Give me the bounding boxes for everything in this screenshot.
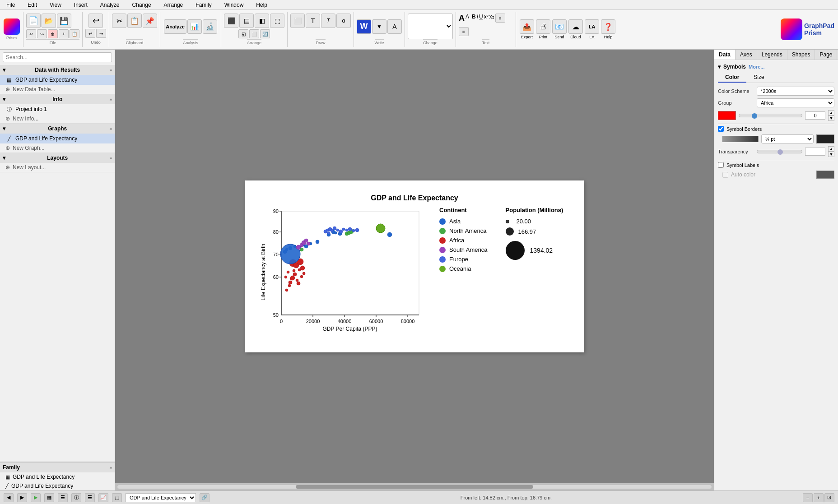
save-button[interactable]: 💾 bbox=[57, 14, 71, 28]
status-nav-left[interactable]: ◀ bbox=[4, 493, 14, 502]
undo-button[interactable]: ↩ bbox=[88, 14, 103, 28]
status-grid-btn[interactable]: ▦ bbox=[44, 493, 54, 502]
menu-change[interactable]: Change bbox=[130, 1, 154, 9]
text-align2[interactable]: ≡ bbox=[459, 27, 469, 36]
send-btn[interactable]: 📧 bbox=[552, 19, 567, 34]
write-btn2[interactable]: ▼ bbox=[372, 19, 386, 34]
draw-btn2[interactable]: T bbox=[306, 14, 320, 28]
copy-button[interactable]: 📋 bbox=[127, 14, 142, 28]
write-btn3[interactable]: A bbox=[387, 19, 402, 34]
border-color-swatch[interactable] bbox=[816, 134, 834, 143]
transparency-slider[interactable] bbox=[757, 150, 802, 153]
status-table-btn[interactable]: ☰ bbox=[58, 493, 68, 502]
menu-view[interactable]: View bbox=[47, 1, 64, 9]
tab-page[interactable]: Page bbox=[815, 50, 837, 60]
status-nav-right[interactable]: ▶ bbox=[17, 493, 27, 502]
arr-sm3[interactable]: 🔄 bbox=[260, 29, 270, 38]
menu-family[interactable]: Family bbox=[193, 1, 214, 9]
sidebar-add-data[interactable]: ⊕ New Data Table... bbox=[0, 85, 115, 94]
copy-sm[interactable]: 📋 bbox=[70, 29, 79, 38]
menu-arrange[interactable]: Arrange bbox=[161, 1, 186, 9]
section-data-header[interactable]: ▾ Data with Results » bbox=[0, 65, 115, 75]
status-info-btn[interactable]: ⓘ bbox=[71, 493, 81, 502]
sidebar-item-gdp-data[interactable]: ▦ GDP and Life Expectancy bbox=[0, 75, 115, 85]
zoom-out-btn[interactable]: − bbox=[803, 493, 813, 502]
paste-button[interactable]: 📌 bbox=[143, 14, 157, 28]
text-A-small[interactable]: A bbox=[466, 14, 469, 26]
status-list-btn[interactable]: ☰ bbox=[85, 493, 95, 502]
new-button[interactable]: 📄 bbox=[26, 14, 41, 28]
cloud-btn[interactable]: ☁ bbox=[568, 19, 583, 34]
sidebar-add-graph[interactable]: ⊕ New Graph... bbox=[0, 143, 115, 153]
menu-help[interactable]: Help bbox=[253, 1, 270, 9]
auto-color-swatch[interactable] bbox=[816, 171, 834, 179]
menu-edit[interactable]: Edit bbox=[25, 1, 40, 9]
sidebar-add-layout[interactable]: ⊕ New Layout... bbox=[0, 163, 115, 172]
arrange-btn3[interactable]: ◧ bbox=[255, 14, 269, 28]
symbol-labels-checkbox[interactable] bbox=[718, 162, 724, 168]
trans-spin-up[interactable]: ▲ bbox=[828, 146, 834, 152]
undo-sm[interactable]: ↩ bbox=[26, 29, 36, 38]
arr-sm2[interactable]: ⬜ bbox=[249, 29, 259, 38]
zoom-fit-btn[interactable]: ⊡ bbox=[824, 493, 834, 502]
font-select[interactable] bbox=[408, 14, 453, 39]
arr-sm1[interactable]: ◱ bbox=[238, 29, 248, 38]
add-sm[interactable]: + bbox=[59, 29, 69, 38]
auto-color-checkbox[interactable] bbox=[722, 172, 728, 178]
color-slider-thumb[interactable] bbox=[752, 113, 757, 119]
search-input[interactable] bbox=[3, 52, 112, 62]
status-layout-btn[interactable]: ⬚ bbox=[112, 493, 122, 502]
color-tab[interactable]: Color bbox=[718, 73, 746, 83]
redo-sm[interactable]: ↪ bbox=[37, 29, 47, 38]
color-spin-down[interactable]: ▼ bbox=[828, 116, 834, 121]
family-item-2[interactable]: ╱ GDP and Life Expectancy bbox=[0, 481, 115, 490]
text-italic[interactable]: I bbox=[477, 14, 478, 26]
trans-spin-down[interactable]: ▼ bbox=[828, 152, 834, 157]
draw-btn4[interactable]: α bbox=[336, 14, 351, 28]
help-btn[interactable]: ❓ bbox=[601, 19, 615, 34]
tab-axes[interactable]: Axes bbox=[736, 50, 757, 60]
section-layouts-more[interactable]: » bbox=[109, 156, 112, 161]
canvas-area[interactable]: GDP and Life Expectancy Life Expectancy … bbox=[115, 50, 714, 483]
more-link[interactable]: More... bbox=[749, 64, 764, 69]
text-A-large[interactable]: A bbox=[459, 14, 465, 26]
section-info-more[interactable]: » bbox=[109, 97, 112, 102]
sidebar-add-info[interactable]: ⊕ New Info... bbox=[0, 114, 115, 123]
symbol-borders-checkbox[interactable] bbox=[718, 126, 724, 132]
sidebar-item-project-info[interactable]: ⓘ Project info 1 bbox=[0, 104, 115, 114]
group-select[interactable]: Africa bbox=[757, 98, 834, 107]
tab-shapes[interactable]: Shapes bbox=[787, 50, 815, 60]
section-data-more[interactable]: » bbox=[109, 68, 112, 73]
section-layouts-header[interactable]: ▾ Layouts » bbox=[0, 153, 115, 163]
la-btn[interactable]: LA bbox=[585, 19, 599, 34]
arrange-btn4[interactable]: ⬚ bbox=[270, 14, 284, 28]
family-header[interactable]: Family » bbox=[0, 462, 115, 472]
tab-legends[interactable]: Legends bbox=[757, 50, 787, 60]
text-x-super[interactable]: x² bbox=[484, 14, 489, 26]
menu-insert[interactable]: Insert bbox=[71, 1, 90, 9]
export-btn[interactable]: 📤 bbox=[520, 19, 534, 34]
scrollbar-thumb[interactable] bbox=[296, 485, 533, 489]
section-info-header[interactable]: ▾ Info » bbox=[0, 94, 115, 104]
section-graphs-header[interactable]: ▾ Graphs » bbox=[0, 124, 115, 134]
color-scheme-select[interactable]: *2000s bbox=[757, 87, 834, 96]
text-bold[interactable]: B bbox=[472, 14, 476, 26]
delete-sm[interactable]: 🗑 bbox=[48, 29, 58, 38]
menu-analyze[interactable]: Analyze bbox=[98, 1, 122, 9]
analysis-btn3[interactable]: 🔬 bbox=[203, 19, 217, 34]
zoom-in-btn[interactable]: + bbox=[814, 493, 824, 502]
color-slider[interactable] bbox=[739, 114, 802, 117]
text-x-sub[interactable]: x₂ bbox=[489, 14, 494, 26]
text-align1[interactable]: ≡ bbox=[495, 14, 505, 23]
color-value-input[interactable] bbox=[805, 111, 825, 120]
status-nav-play[interactable]: ▶ bbox=[31, 493, 41, 502]
draw-btn1[interactable]: ⬜ bbox=[290, 14, 305, 28]
status-graph-btn[interactable]: 📈 bbox=[98, 493, 108, 502]
color-spin-up[interactable]: ▲ bbox=[828, 110, 834, 116]
draw-btn3[interactable]: T bbox=[321, 14, 335, 28]
arrange-btn2[interactable]: ▤ bbox=[239, 14, 254, 28]
transparency-value-input[interactable]: 50 bbox=[805, 148, 825, 156]
open-button[interactable]: 📂 bbox=[42, 14, 56, 28]
arrange-btn1[interactable]: ⬛ bbox=[224, 14, 238, 28]
size-tab[interactable]: Size bbox=[746, 73, 771, 83]
